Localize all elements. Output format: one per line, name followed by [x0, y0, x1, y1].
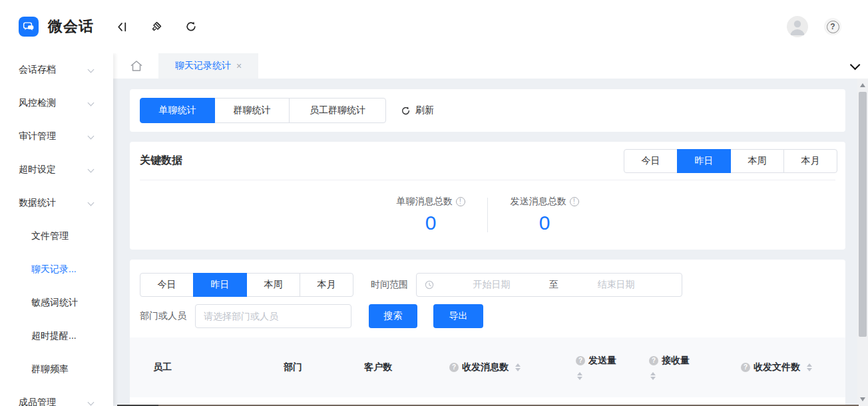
chevron-down-icon — [88, 399, 95, 406]
range-this-month-button[interactable]: 本月 — [783, 149, 837, 173]
column-department: 部门 — [260, 361, 341, 373]
sidebar-item-label: 聊天记录... — [31, 264, 77, 276]
column-customer-count: 客户数 — [341, 361, 426, 373]
sidebar-item-label: 数据统计 — [19, 197, 56, 209]
app-window: 微会话 — [0, 0, 868, 406]
column-employee: 员工 — [130, 361, 260, 373]
sidebar-item-label: 文件管理 — [31, 230, 69, 242]
sidebar-item-session-archive[interactable]: 会话存档 — [0, 53, 113, 87]
sidebar-item-risk-detection[interactable]: 风控检测 — [0, 87, 113, 120]
collapse-sidebar-icon[interactable] — [115, 20, 128, 33]
info-icon[interactable]: ! — [456, 197, 465, 206]
column-messages-sent-received: ? 收发消息数 — [426, 361, 552, 373]
stat-value: 0 — [488, 212, 601, 234]
range-today-button[interactable]: 今日 — [624, 149, 678, 173]
stat-type-segmented: 单聊统计 群聊统计 员工群聊统计 — [140, 98, 386, 123]
app-header: 微会话 — [0, 0, 868, 53]
main-content: 单聊统计 群聊统计 员工群聊统计 刷新 关键数据 今日 昨日 本周 本 — [113, 79, 857, 406]
range-this-week-button[interactable]: 本周 — [730, 149, 784, 173]
scroll-down-arrow-icon[interactable] — [860, 397, 865, 401]
clock-icon — [425, 280, 434, 290]
filter-yesterday-button[interactable]: 昨日 — [193, 273, 247, 297]
filter-row-dept: 部门或人员 搜索 导出 — [140, 304, 835, 328]
sidebar-item-product-management[interactable]: 成品管理 — [0, 386, 113, 406]
sort-icon[interactable] — [577, 372, 582, 380]
sidebar-item-group-chat-frequency[interactable]: 群聊频率 — [0, 353, 113, 386]
filter-row-time: 今日 昨日 本周 本月 时间范围 开始日期 至 结束日期 — [140, 273, 835, 297]
tab-single-chat-stats[interactable]: 单聊统计 — [140, 98, 215, 123]
refresh-button[interactable]: 刷新 — [401, 104, 434, 116]
dept-select-input[interactable] — [195, 304, 351, 328]
sidebar: 会话存档 风控检测 审计管理 超时设定 数据统计 文件管理 聊天记录... 敏感… — [0, 53, 113, 406]
start-date-placeholder: 开始日期 — [434, 279, 549, 291]
refresh-icon — [401, 106, 411, 116]
dept-label: 部门或人员 — [140, 310, 186, 322]
filter-range-group: 今日 昨日 本周 本月 — [140, 273, 353, 297]
sidebar-item-file-management[interactable]: 文件管理 — [0, 220, 113, 253]
sort-icon[interactable] — [650, 372, 656, 380]
sidebar-item-timeout-settings[interactable]: 超时设定 — [0, 153, 113, 186]
tab-label: 聊天记录统计 — [175, 60, 231, 72]
sort-icon[interactable] — [807, 363, 812, 371]
chevron-down-icon — [88, 166, 95, 173]
sidebar-item-label: 超时设定 — [19, 164, 56, 176]
key-data-range-group: 今日 昨日 本周 本月 — [624, 149, 837, 173]
sidebar-item-audit-management[interactable]: 审计管理 — [0, 120, 113, 153]
sidebar-item-label: 超时提醒... — [31, 330, 77, 342]
refresh-page-icon[interactable] — [184, 20, 198, 33]
sidebar-item-label: 成品管理 — [19, 397, 56, 406]
column-received-volume: ? 接收量 — [626, 355, 718, 380]
tab-close-icon[interactable]: × — [236, 61, 242, 71]
search-button[interactable]: 搜索 — [369, 304, 417, 328]
chevron-down-icon — [88, 133, 95, 140]
sidebar-item-label: 风控检测 — [19, 97, 56, 109]
key-data-card: 关键数据 今日 昨日 本周 本月 单聊消息总数 ! 0 — [130, 142, 845, 250]
stat-type-card: 单聊统计 群聊统计 员工群聊统计 刷新 — [130, 89, 845, 132]
tab-list-chevron-down-icon[interactable] — [850, 59, 861, 70]
filter-this-week-button[interactable]: 本周 — [246, 273, 300, 297]
filter-table-card: 今日 昨日 本周 本月 时间范围 开始日期 至 结束日期 部门或人员 — [130, 260, 845, 406]
chevron-down-icon — [88, 100, 95, 106]
home-icon[interactable] — [129, 59, 144, 73]
column-files-sent-received: ? 收发文件数 — [718, 361, 845, 373]
scrollbar-thumb[interactable] — [859, 92, 867, 337]
clear-cache-brush-icon[interactable] — [150, 20, 163, 33]
sidebar-item-label: 审计管理 — [19, 130, 56, 142]
tab-chat-record-statistics[interactable]: 聊天记录统计 × — [158, 53, 258, 79]
stat-sent-messages-total: 发送消息总数 ! 0 — [488, 196, 601, 234]
scroll-up-arrow-icon[interactable] — [860, 83, 865, 87]
sort-icon[interactable] — [515, 363, 521, 371]
end-date-placeholder: 结束日期 — [558, 279, 674, 291]
sidebar-item-label: 会话存档 — [19, 64, 56, 76]
stat-label: 单聊消息总数 — [397, 196, 453, 208]
tab-group-chat-stats[interactable]: 群聊统计 — [214, 98, 290, 123]
app-title: 微会话 — [48, 17, 94, 37]
sidebar-item-chat-records[interactable]: 聊天记录... — [0, 253, 113, 286]
export-button[interactable]: 导出 — [433, 304, 483, 328]
date-range-separator: 至 — [549, 279, 558, 291]
help-icon[interactable]: ? — [449, 363, 459, 372]
sidebar-item-label: 群聊频率 — [31, 363, 69, 375]
date-range-picker[interactable]: 开始日期 至 结束日期 — [416, 273, 682, 297]
stat-label: 发送消息总数 — [511, 196, 566, 208]
key-data-title: 关键数据 — [140, 154, 182, 168]
column-sent-volume: ? 发送量 — [552, 355, 626, 380]
filter-this-month-button[interactable]: 本月 — [300, 273, 353, 297]
sidebar-item-sensitive-words[interactable]: 敏感词统计 — [0, 286, 113, 319]
help-icon[interactable]: ? — [649, 356, 658, 365]
user-avatar[interactable] — [787, 16, 808, 37]
stat-value: 0 — [374, 212, 487, 234]
sidebar-item-timeout-reminder[interactable]: 超时提醒... — [0, 319, 113, 353]
vertical-scrollbar[interactable] — [857, 79, 868, 406]
sidebar-item-data-statistics[interactable]: 数据统计 — [0, 186, 113, 220]
info-icon[interactable]: ! — [570, 197, 579, 206]
help-icon[interactable]: ? — [824, 18, 841, 35]
chevron-down-icon — [88, 67, 95, 73]
tab-employee-group-chat-stats[interactable]: 员工群聊统计 — [289, 98, 386, 123]
range-yesterday-button[interactable]: 昨日 — [677, 149, 731, 173]
help-icon[interactable]: ? — [741, 363, 750, 372]
time-range-label: 时间范围 — [371, 279, 408, 291]
help-icon[interactable]: ? — [576, 356, 585, 365]
filter-today-button[interactable]: 今日 — [140, 273, 194, 297]
tabbar: 聊天记录统计 × — [113, 53, 868, 79]
